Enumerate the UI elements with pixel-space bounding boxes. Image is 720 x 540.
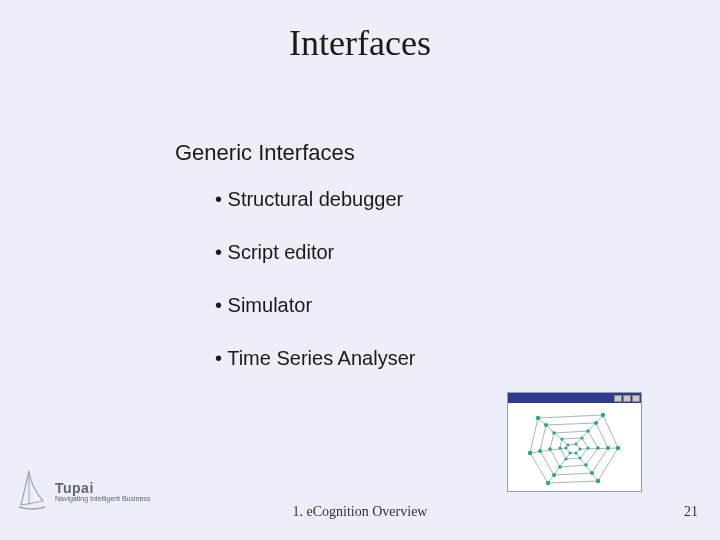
svg-point-9 [596,479,600,483]
svg-point-29 [558,446,561,449]
svg-point-15 [590,471,594,475]
thumbnail-titlebar [508,393,641,403]
svg-point-6 [536,416,540,420]
bullet-list: Structural debugger Script editor Simula… [215,188,415,400]
list-item: Simulator [215,294,415,317]
slide: Interfaces Generic Interfaces Structural… [0,0,720,540]
svg-point-17 [538,449,542,453]
svg-point-33 [575,452,578,455]
svg-point-11 [528,451,532,455]
svg-point-7 [601,413,605,417]
svg-point-25 [580,436,583,439]
svg-point-10 [546,481,550,485]
svg-point-26 [586,446,589,449]
svg-point-27 [578,456,581,459]
list-item: Structural debugger [215,188,415,211]
svg-point-23 [548,447,552,451]
svg-point-30 [567,444,570,447]
svg-point-35 [565,447,568,450]
svg-point-24 [560,437,563,440]
graph-icon [508,403,641,491]
svg-point-22 [558,465,562,469]
list-item: Time Series Analyser [215,347,415,370]
logo-brand: Tupai [55,481,150,495]
svg-point-16 [552,473,556,477]
svg-point-31 [575,443,578,446]
svg-point-34 [569,452,572,455]
svg-point-20 [596,446,600,450]
svg-point-21 [584,463,588,467]
svg-point-19 [586,429,590,433]
footer-text: 1. eCognition Overview [0,504,720,520]
svg-point-8 [616,446,620,450]
min-icon [614,395,622,402]
svg-point-32 [579,448,582,451]
page-number: 21 [684,504,698,520]
svg-point-13 [594,421,598,425]
svg-point-12 [544,423,548,427]
list-item: Script editor [215,241,415,264]
close-icon [632,395,640,402]
screenshot-thumbnail [507,392,642,492]
logo-text: Tupai Navigating Intelligent Business [55,481,150,502]
subtitle: Generic Interfaces [175,140,355,166]
svg-point-14 [606,446,610,450]
logo-tagline: Navigating Intelligent Business [55,495,150,502]
svg-point-28 [564,457,567,460]
svg-point-18 [552,431,556,435]
max-icon [623,395,631,402]
slide-title: Interfaces [0,22,720,64]
